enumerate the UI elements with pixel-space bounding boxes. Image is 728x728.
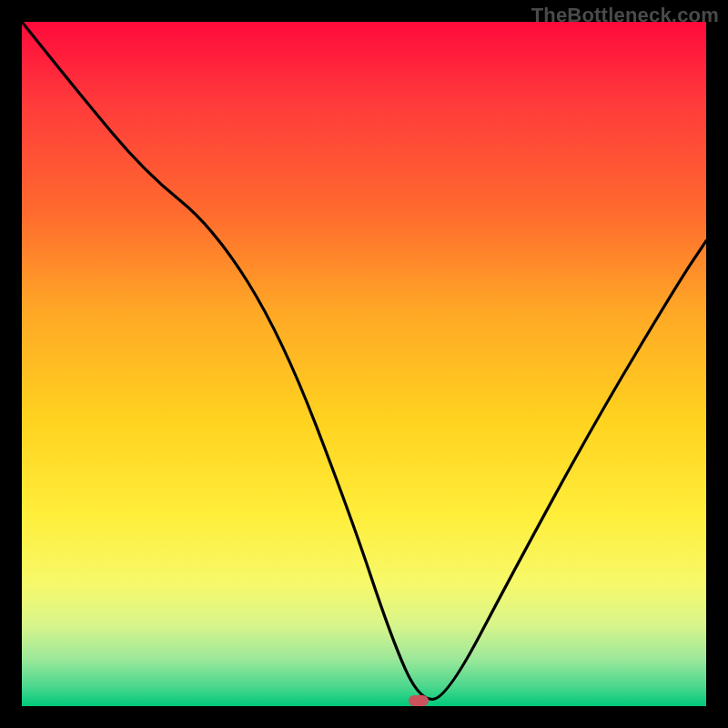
chart-frame: TheBottleneck.com — [0, 0, 728, 728]
watermark-text: TheBottleneck.com — [531, 4, 719, 27]
optimum-marker — [409, 695, 429, 706]
plot-area — [22, 22, 706, 706]
bottleneck-curve — [22, 22, 706, 706]
